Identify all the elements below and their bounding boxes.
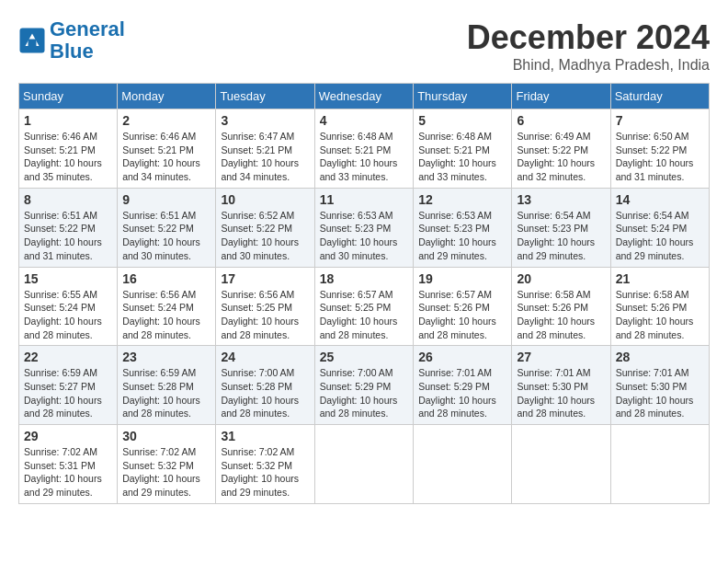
day-info: Sunrise: 6:59 AM Sunset: 5:27 PM Dayligh… <box>24 366 112 420</box>
day-number: 4 <box>320 113 409 128</box>
calendar-cell: 9Sunrise: 6:51 AM Sunset: 5:22 PM Daylig… <box>118 188 216 267</box>
logo-line2: Blue <box>50 40 94 63</box>
day-info: Sunrise: 6:52 AM Sunset: 5:22 PM Dayligh… <box>221 209 309 263</box>
day-number: 12 <box>418 192 506 207</box>
day-number: 2 <box>122 113 210 128</box>
day-info: Sunrise: 6:48 AM Sunset: 5:21 PM Dayligh… <box>320 130 409 184</box>
calendar-cell: 7Sunrise: 6:50 AM Sunset: 5:22 PM Daylig… <box>610 109 709 189</box>
day-number: 10 <box>221 192 309 207</box>
calendar-cell: 22Sunrise: 6:59 AM Sunset: 5:27 PM Dayli… <box>19 346 118 425</box>
calendar-cell: 6Sunrise: 6:49 AM Sunset: 5:22 PM Daylig… <box>512 109 610 189</box>
calendar-cell: 3Sunrise: 6:47 AM Sunset: 5:21 PM Daylig… <box>216 109 314 189</box>
weekday-header-monday: Monday <box>118 84 216 109</box>
day-info: Sunrise: 7:01 AM Sunset: 5:29 PM Dayligh… <box>418 366 506 420</box>
calendar-week-row: 1Sunrise: 6:46 AM Sunset: 5:21 PM Daylig… <box>19 109 710 189</box>
calendar-cell: 16Sunrise: 6:56 AM Sunset: 5:24 PM Dayli… <box>118 267 216 346</box>
day-number: 19 <box>418 271 506 286</box>
calendar-cell: 26Sunrise: 7:01 AM Sunset: 5:29 PM Dayli… <box>414 346 512 425</box>
day-number: 27 <box>517 350 605 364</box>
day-info: Sunrise: 7:00 AM Sunset: 5:29 PM Dayligh… <box>320 366 409 420</box>
day-number: 21 <box>616 271 704 286</box>
day-number: 31 <box>221 429 309 443</box>
calendar-cell: 24Sunrise: 7:00 AM Sunset: 5:28 PM Dayli… <box>216 346 314 425</box>
day-number: 29 <box>24 429 112 443</box>
calendar-cell <box>610 425 709 504</box>
day-info: Sunrise: 6:46 AM Sunset: 5:21 PM Dayligh… <box>24 130 112 184</box>
day-info: Sunrise: 6:56 AM Sunset: 5:25 PM Dayligh… <box>221 288 309 342</box>
day-number: 5 <box>418 113 506 128</box>
day-info: Sunrise: 6:53 AM Sunset: 5:23 PM Dayligh… <box>320 209 409 263</box>
day-info: Sunrise: 6:58 AM Sunset: 5:26 PM Dayligh… <box>616 288 704 342</box>
calendar-cell: 12Sunrise: 6:53 AM Sunset: 5:23 PM Dayli… <box>414 188 512 267</box>
weekday-header-friday: Friday <box>512 84 610 109</box>
day-number: 16 <box>122 271 210 286</box>
calendar-cell <box>314 425 414 504</box>
calendar-cell: 8Sunrise: 6:51 AM Sunset: 5:22 PM Daylig… <box>19 188 118 267</box>
day-info: Sunrise: 6:58 AM Sunset: 5:26 PM Dayligh… <box>517 288 605 342</box>
calendar-header-row: SundayMondayTuesdayWednesdayThursdayFrid… <box>19 84 710 109</box>
calendar-cell: 10Sunrise: 6:52 AM Sunset: 5:22 PM Dayli… <box>216 188 314 267</box>
calendar-cell: 21Sunrise: 6:58 AM Sunset: 5:26 PM Dayli… <box>610 267 709 346</box>
day-number: 9 <box>122 192 210 207</box>
day-number: 30 <box>122 429 210 443</box>
weekday-header-saturday: Saturday <box>610 84 709 109</box>
day-number: 17 <box>221 271 309 286</box>
day-info: Sunrise: 7:02 AM Sunset: 5:32 PM Dayligh… <box>122 445 210 500</box>
day-number: 11 <box>320 192 409 207</box>
day-number: 7 <box>616 113 704 128</box>
calendar-cell: 2Sunrise: 6:46 AM Sunset: 5:21 PM Daylig… <box>118 109 216 189</box>
day-number: 13 <box>517 192 605 207</box>
day-info: Sunrise: 6:49 AM Sunset: 5:22 PM Dayligh… <box>517 130 605 184</box>
calendar-title: December 2024 <box>467 18 710 57</box>
calendar-week-row: 22Sunrise: 6:59 AM Sunset: 5:27 PM Dayli… <box>19 346 710 425</box>
calendar-week-row: 29Sunrise: 7:02 AM Sunset: 5:31 PM Dayli… <box>19 425 710 504</box>
day-number: 8 <box>24 192 112 207</box>
day-info: Sunrise: 6:53 AM Sunset: 5:23 PM Dayligh… <box>418 209 506 263</box>
calendar-cell: 23Sunrise: 6:59 AM Sunset: 5:28 PM Dayli… <box>118 346 216 425</box>
calendar-cell: 1Sunrise: 6:46 AM Sunset: 5:21 PM Daylig… <box>19 109 118 189</box>
calendar-week-row: 15Sunrise: 6:55 AM Sunset: 5:24 PM Dayli… <box>19 267 710 346</box>
calendar-cell: 17Sunrise: 6:56 AM Sunset: 5:25 PM Dayli… <box>216 267 314 346</box>
day-info: Sunrise: 6:50 AM Sunset: 5:22 PM Dayligh… <box>616 130 704 184</box>
day-number: 22 <box>24 350 112 364</box>
day-number: 23 <box>122 350 210 364</box>
calendar-week-row: 8Sunrise: 6:51 AM Sunset: 5:22 PM Daylig… <box>19 188 710 267</box>
weekday-header-tuesday: Tuesday <box>216 84 314 109</box>
calendar-cell <box>414 425 512 504</box>
day-info: Sunrise: 7:02 AM Sunset: 5:32 PM Dayligh… <box>221 445 309 500</box>
day-number: 15 <box>24 271 112 286</box>
page-header: General Blue December 2024 Bhind, Madhya… <box>18 18 710 74</box>
logo-line1: General <box>50 17 125 40</box>
calendar-cell: 5Sunrise: 6:48 AM Sunset: 5:21 PM Daylig… <box>414 109 512 189</box>
day-info: Sunrise: 7:00 AM Sunset: 5:28 PM Dayligh… <box>221 366 309 420</box>
calendar-cell: 13Sunrise: 6:54 AM Sunset: 5:23 PM Dayli… <box>512 188 610 267</box>
calendar-body: 1Sunrise: 6:46 AM Sunset: 5:21 PM Daylig… <box>19 109 710 504</box>
calendar-cell: 19Sunrise: 6:57 AM Sunset: 5:26 PM Dayli… <box>414 267 512 346</box>
day-info: Sunrise: 6:48 AM Sunset: 5:21 PM Dayligh… <box>418 130 506 184</box>
day-info: Sunrise: 7:02 AM Sunset: 5:31 PM Dayligh… <box>24 445 112 500</box>
day-number: 28 <box>616 350 704 364</box>
weekday-header-wednesday: Wednesday <box>314 84 414 109</box>
day-info: Sunrise: 6:57 AM Sunset: 5:25 PM Dayligh… <box>320 288 409 342</box>
calendar-cell: 31Sunrise: 7:02 AM Sunset: 5:32 PM Dayli… <box>216 425 314 504</box>
calendar-cell: 30Sunrise: 7:02 AM Sunset: 5:32 PM Dayli… <box>118 425 216 504</box>
day-number: 20 <box>517 271 605 286</box>
day-number: 26 <box>418 350 506 364</box>
day-info: Sunrise: 6:55 AM Sunset: 5:24 PM Dayligh… <box>24 288 112 342</box>
day-info: Sunrise: 6:54 AM Sunset: 5:23 PM Dayligh… <box>517 209 605 263</box>
day-info: Sunrise: 7:01 AM Sunset: 5:30 PM Dayligh… <box>517 366 605 420</box>
day-info: Sunrise: 6:57 AM Sunset: 5:26 PM Dayligh… <box>418 288 506 342</box>
calendar-cell: 18Sunrise: 6:57 AM Sunset: 5:25 PM Dayli… <box>314 267 414 346</box>
day-info: Sunrise: 6:51 AM Sunset: 5:22 PM Dayligh… <box>24 209 112 263</box>
day-info: Sunrise: 6:47 AM Sunset: 5:21 PM Dayligh… <box>221 130 309 184</box>
day-number: 25 <box>320 350 409 364</box>
calendar-cell: 4Sunrise: 6:48 AM Sunset: 5:21 PM Daylig… <box>314 109 414 189</box>
calendar-cell: 28Sunrise: 7:01 AM Sunset: 5:30 PM Dayli… <box>610 346 709 425</box>
calendar-cell: 29Sunrise: 7:02 AM Sunset: 5:31 PM Dayli… <box>19 425 118 504</box>
day-info: Sunrise: 6:59 AM Sunset: 5:28 PM Dayligh… <box>122 366 210 420</box>
calendar-cell: 20Sunrise: 6:58 AM Sunset: 5:26 PM Dayli… <box>512 267 610 346</box>
calendar-cell: 14Sunrise: 6:54 AM Sunset: 5:24 PM Dayli… <box>610 188 709 267</box>
weekday-header-thursday: Thursday <box>414 84 512 109</box>
title-section: December 2024 Bhind, Madhya Pradesh, Ind… <box>467 18 710 74</box>
calendar-subtitle: Bhind, Madhya Pradesh, India <box>467 57 710 74</box>
